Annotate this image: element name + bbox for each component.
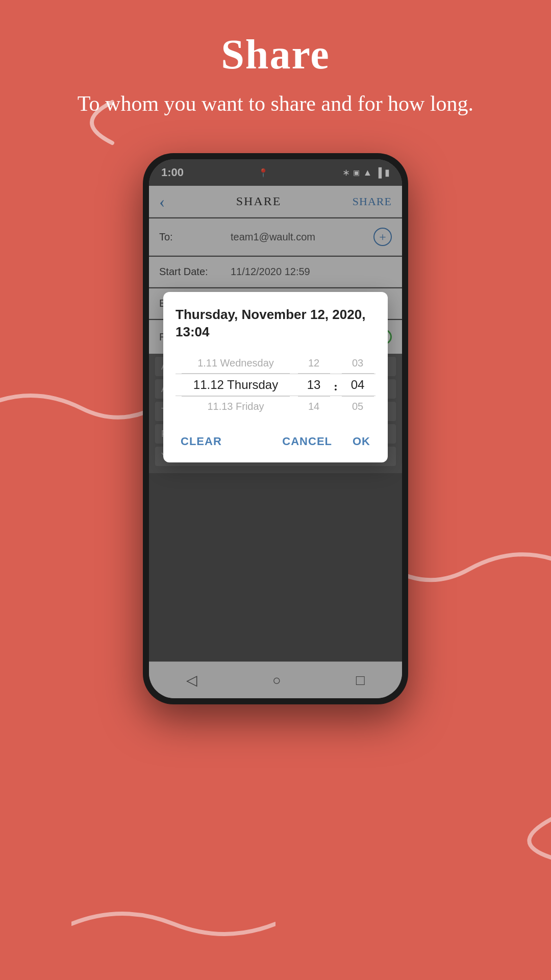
phone-body: 1:00 📍 ∗ ▣ ▲ ▐ ▮ ‹ SHARE SHARE To: team <box>143 153 408 704</box>
dialog-overlay: Thursday, November 12, 2020, 13:04 1.11 … <box>149 159 402 698</box>
date-above: 1.11 Wednesday <box>176 353 296 373</box>
ok-button[interactable]: OK <box>347 431 375 452</box>
dialog-title: Thursday, November 12, 2020, 13:04 <box>176 306 375 341</box>
minute-column[interactable]: 03 04 05 <box>340 353 375 416</box>
page-title: Share <box>41 31 510 79</box>
phone-mockup: 1:00 📍 ∗ ▣ ▲ ▐ ▮ ‹ SHARE SHARE To: team <box>143 153 408 715</box>
header-section: Share To whom you want to share and for … <box>0 31 551 119</box>
date-time-picker[interactable]: 1.11 Wednesday 11.12 Thursday 11.13 Frid… <box>176 353 375 416</box>
phone-screen: 1:00 📍 ∗ ▣ ▲ ▐ ▮ ‹ SHARE SHARE To: team <box>149 159 402 698</box>
date-column[interactable]: 1.11 Wednesday 11.12 Thursday 11.13 Frid… <box>176 353 296 416</box>
hour-below: 14 <box>296 397 332 416</box>
page-subtitle: To whom you want to share and for how lo… <box>41 89 510 119</box>
dialog-actions: CLEAR CANCEL OK <box>176 427 375 452</box>
date-selected[interactable]: 11.12 Thursday <box>176 374 296 396</box>
minute-above: 03 <box>340 353 375 373</box>
clear-button[interactable]: CLEAR <box>176 431 227 452</box>
minute-selected[interactable]: 04 <box>340 374 375 396</box>
cancel-button[interactable]: CANCEL <box>277 431 337 452</box>
hour-above: 12 <box>296 353 332 373</box>
minute-below: 05 <box>340 397 375 416</box>
date-below: 11.13 Friday <box>176 397 296 416</box>
hour-column[interactable]: 12 13 14 <box>296 353 332 416</box>
hour-selected[interactable]: 13 <box>296 374 332 396</box>
date-picker-dialog: Thursday, November 12, 2020, 13:04 1.11 … <box>163 292 388 462</box>
time-separator: : <box>332 380 340 394</box>
